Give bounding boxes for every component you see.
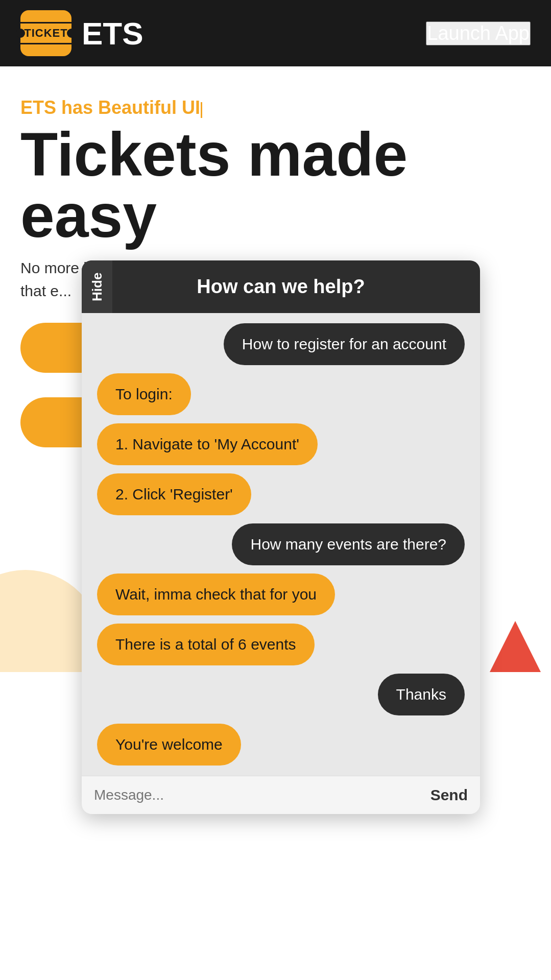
header-logo-group: TICKET ETS (20, 10, 143, 56)
ticket-logo-icon: TICKET (20, 10, 71, 56)
chat-message-5-text: Wait, imma check that for you (115, 586, 317, 603)
cursor-blink (201, 102, 202, 118)
hero-section: ETS has Beautiful UI Tickets made easy N… (0, 66, 551, 468)
chat-message-3-text: 2. Click 'Register' (115, 486, 233, 503)
chat-message-2-text: 1. Navigate to 'My Account' (115, 436, 299, 452)
chat-message-7: Thanks (378, 674, 465, 715)
chat-message-7-text: Thanks (396, 686, 446, 703)
chat-message-4: How many events are there? (232, 523, 465, 565)
chat-messages-list: How to register for an account To login:… (82, 313, 480, 776)
chat-message-6-text: There is a total of 6 events (115, 636, 296, 653)
chat-header: Hide How can we help? (82, 260, 480, 313)
chat-header-title: How can we help? (102, 276, 460, 298)
chat-message-8-text: You're welcome (115, 736, 223, 753)
bottom-red-arrow-decoration (490, 621, 541, 672)
chat-message-8: You're welcome (97, 724, 241, 766)
chat-input-area: Send (82, 776, 480, 814)
hero-title-line1: Tickets made (20, 120, 408, 188)
hero-subtitle: ETS has Beautiful UI (20, 97, 531, 118)
app-header: TICKET ETS Launch App (0, 0, 551, 66)
chat-message-6: There is a total of 6 events (97, 624, 315, 665)
hero-title-line2: easy (20, 181, 157, 250)
chat-message-3: 2. Click 'Register' (97, 473, 251, 515)
chat-message-0-text: How to register for an account (242, 336, 446, 352)
chat-message-input[interactable] (94, 787, 422, 803)
chat-message-0: How to register for an account (224, 323, 465, 365)
chat-message-5: Wait, imma check that for you (97, 573, 335, 615)
chat-hide-label: Hide (89, 272, 105, 301)
chat-hide-button[interactable]: Hide (82, 260, 112, 313)
chat-message-2: 1. Navigate to 'My Account' (97, 423, 318, 465)
chat-message-1-text: To login: (115, 386, 173, 402)
chat-message-1: To login: (97, 373, 191, 415)
hero-subtitle-colored: has Beautiful UI (61, 97, 200, 118)
logo-text: TICKET (16, 22, 75, 44)
chat-panel: Hide How can we help? How to register fo… (82, 260, 480, 814)
main-content: ETS has Beautiful UI Tickets made easy N… (0, 66, 551, 672)
hero-subtitle-plain: ETS (20, 97, 61, 118)
brand-name: ETS (82, 15, 143, 52)
launch-app-button[interactable]: Launch App (426, 21, 531, 45)
hero-title: Tickets made easy (20, 124, 531, 246)
chat-send-button[interactable]: Send (430, 786, 468, 804)
chat-message-4-text: How many events are there? (250, 536, 446, 553)
